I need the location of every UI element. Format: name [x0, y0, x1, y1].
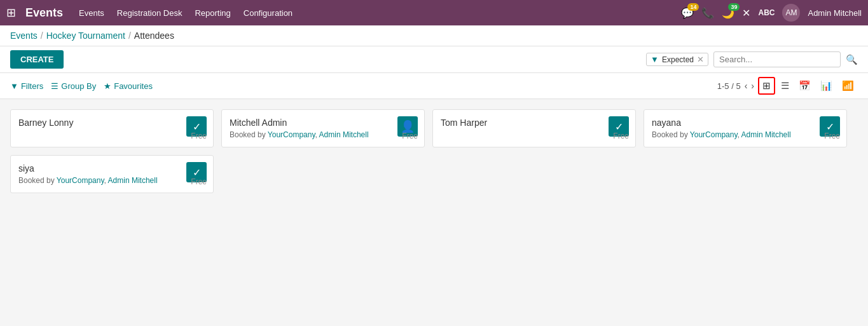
company-link-3[interactable]: YourCompany — [690, 130, 738, 139]
card-price-0: Free — [191, 132, 207, 140]
filter-icon: ▼ — [10, 81, 18, 91]
list-icon: ☰ — [51, 81, 59, 91]
breadcrumb-events[interactable]: Events — [10, 31, 38, 41]
star-icon: ★ — [104, 81, 111, 91]
card-price-3: Free — [824, 132, 840, 140]
search-button[interactable]: 🔍 — [846, 54, 858, 65]
calendar-view-button[interactable]: 📅 — [795, 77, 815, 95]
filters-label: Filters — [21, 81, 43, 91]
card-name-2: Tom Harper — [441, 118, 628, 128]
favourites-label: Favourites — [114, 81, 153, 91]
card-3[interactable]: nayanaBooked by YourCompany, Admin Mitch… — [644, 109, 847, 147]
brand-name: Events — [25, 6, 63, 20]
nav-configuration[interactable]: Configuration — [244, 8, 293, 18]
app-grid-icon[interactable]: ⊞ — [6, 6, 16, 20]
pagination-text: 1-5 / 5 — [717, 81, 741, 91]
breadcrumb-current: Attendees — [134, 31, 174, 41]
groupby-label: Group By — [61, 81, 96, 91]
next-page-button[interactable]: › — [751, 81, 754, 91]
nav-registration[interactable]: Registration Desk — [117, 8, 183, 18]
pagination: 1-5 / 5 ‹ › ⊞ ☰ 📅 📊 📶 — [717, 77, 858, 95]
card-price-1: Free — [402, 132, 418, 140]
chat-icon-wrapper[interactable]: 💬 14 — [681, 7, 694, 19]
company-link-4[interactable]: YourCompany — [57, 176, 104, 185]
search-input[interactable] — [713, 51, 841, 67]
view-buttons: ⊞ ☰ 📅 📊 📶 — [758, 77, 858, 95]
card-4[interactable]: siyaBooked by YourCompany, Admin Mitchel… — [10, 155, 214, 193]
card-sub-1: Booked by YourCompany, Admin Mitchell — [230, 130, 417, 139]
phone-icon[interactable]: 📞 — [701, 7, 714, 19]
moon-badge: 39 — [728, 3, 740, 11]
user-link-3[interactable]: Admin Mitchell — [741, 130, 791, 139]
breadcrumb-sep2: / — [128, 31, 131, 41]
card-name-0: Barney Lonny — [18, 118, 205, 128]
card-0[interactable]: Barney Lonny✓Free — [10, 109, 214, 147]
groupby-button[interactable]: ☰ Group By — [51, 81, 96, 91]
breadcrumb-hockey[interactable]: Hockey Tournament — [46, 31, 125, 41]
breadcrumb-sep1: / — [41, 31, 43, 41]
card-name-3: nayana — [652, 118, 839, 128]
filter-tag-expected: ▼ Expected ✕ — [646, 53, 708, 66]
toolbar-right: ▼ Expected ✕ 🔍 — [646, 51, 858, 67]
user-link-1[interactable]: Admin Mitchell — [319, 130, 369, 139]
filter-label: Expected — [662, 55, 694, 64]
card-2[interactable]: Tom Harper✓Free — [432, 109, 636, 147]
top-nav: ⊞ Events Events Registration Desk Report… — [0, 0, 868, 25]
kanban-view-button[interactable]: ⊞ — [758, 77, 775, 95]
nav-reporting[interactable]: Reporting — [195, 8, 230, 18]
chat-badge: 14 — [687, 3, 699, 11]
breadcrumb: Events / Hockey Tournament / Attendees — [0, 25, 868, 46]
filters-button[interactable]: ▼ Filters — [10, 81, 43, 91]
nav-right: 💬 14 📞 🌙 39 ✕ ABC AM Admin Mitchell — [681, 4, 862, 22]
toolbar: CREATE ▼ Expected ✕ 🔍 — [0, 46, 868, 73]
avatar[interactable]: AM — [782, 4, 800, 22]
user-link-4[interactable]: Admin Mitchell — [108, 176, 158, 185]
abc-label: ABC — [758, 8, 775, 17]
close-icon[interactable]: ✕ — [742, 7, 750, 19]
card-price-2: Free — [613, 132, 629, 140]
card-name-1: Mitchell Admin — [230, 118, 417, 128]
cards-container: Barney Lonny✓FreeMitchell AdminBooked by… — [0, 99, 868, 322]
list-view-button[interactable]: ☰ — [777, 77, 793, 95]
nav-events[interactable]: Events — [79, 8, 104, 18]
controls-bar: ▼ Filters ☰ Group By ★ Favourites 1-5 / … — [0, 73, 868, 99]
pivot-view-button[interactable]: 📶 — [838, 77, 858, 95]
nav-links: Events Registration Desk Reporting Confi… — [79, 8, 675, 18]
filter-remove-icon[interactable]: ✕ — [697, 55, 704, 64]
card-sub-4: Booked by YourCompany, Admin Mitchell — [18, 176, 205, 185]
company-link-1[interactable]: YourCompany — [268, 130, 315, 139]
card-1[interactable]: Mitchell AdminBooked by YourCompany, Adm… — [221, 109, 425, 147]
moon-icon-wrapper[interactable]: 🌙 39 — [722, 7, 734, 19]
favourites-button[interactable]: ★ Favourites — [104, 81, 153, 91]
card-price-4: Free — [191, 177, 207, 186]
graph-view-button[interactable]: 📊 — [816, 77, 836, 95]
card-sub-3: Booked by YourCompany, Admin Mitchell — [652, 130, 839, 139]
prev-page-button[interactable]: ‹ — [745, 81, 748, 91]
funnel-icon: ▼ — [651, 55, 659, 64]
card-name-4: siya — [18, 163, 205, 173]
user-name: Admin Mitchell — [808, 8, 862, 18]
create-button[interactable]: CREATE — [10, 50, 64, 69]
